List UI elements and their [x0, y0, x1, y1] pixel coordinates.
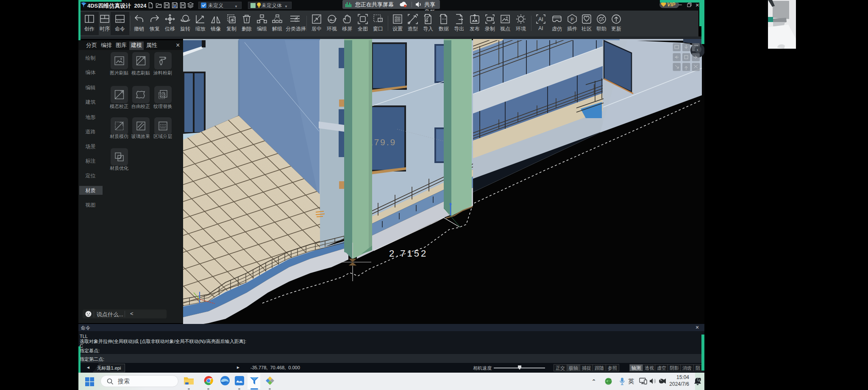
- svg-text:‹: ‹: [697, 47, 698, 52]
- svg-text:P: P: [570, 17, 573, 22]
- svg-text:179.9: 179.9: [368, 137, 397, 147]
- svg-text:z: z: [699, 379, 700, 381]
- svg-text:2.7152: 2.7152: [389, 248, 428, 259]
- svg-text:AI: AI: [538, 17, 543, 22]
